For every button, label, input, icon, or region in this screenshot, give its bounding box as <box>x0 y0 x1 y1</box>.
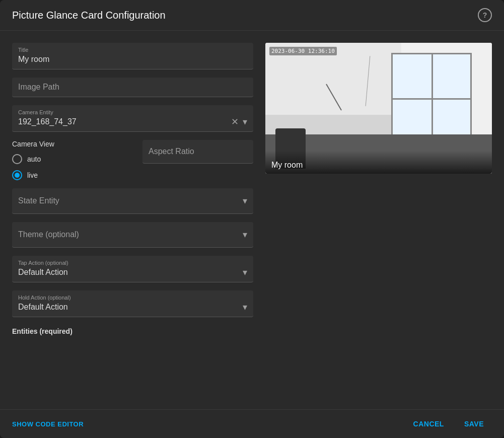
tap-action-label: Tap Action (optional) <box>18 260 247 266</box>
theme-arrow: ▾ <box>243 229 247 240</box>
tap-action-arrow: ▾ <box>243 267 247 278</box>
camera-entity-input[interactable] <box>18 116 227 127</box>
camera-view-label: Camera View <box>12 140 134 148</box>
entities-section: Entities (required) <box>12 327 253 335</box>
camera-view-left: Camera View auto live <box>12 140 134 180</box>
radio-live-label: live <box>27 171 38 179</box>
theme-label: Theme (optional) <box>18 230 79 239</box>
dialog-header: Picture Glance Card Configuration ? <box>0 0 504 31</box>
show-code-editor-button[interactable]: SHOW CODE EDITOR <box>12 420 84 428</box>
radio-auto-label: auto <box>27 155 41 163</box>
radio-live-outer <box>12 170 22 180</box>
radio-live-inner <box>15 173 20 178</box>
preview-label: My room <box>265 151 492 174</box>
preview-title: My room <box>271 161 486 170</box>
clear-icon[interactable]: ✕ <box>231 116 239 127</box>
title-input[interactable] <box>18 54 247 65</box>
state-entity-label: State Entity <box>18 196 59 205</box>
help-icon[interactable]: ? <box>478 8 492 22</box>
camera-view-section: Camera View auto live <box>12 140 253 180</box>
state-entity-field[interactable]: State Entity ▾ <box>12 188 253 214</box>
save-button[interactable]: SAVE <box>456 416 492 432</box>
radio-auto-outer <box>12 154 22 164</box>
scene-window <box>391 53 472 143</box>
hold-action-arrow: ▾ <box>243 302 247 313</box>
camera-entity-row: ✕ ▾ <box>18 116 247 127</box>
window-cross-v <box>431 54 433 142</box>
preview-image: 2023-06-30 12:36:10 My room <box>265 43 492 174</box>
image-path-input[interactable] <box>18 82 247 93</box>
preview-timestamp: 2023-06-30 12:36:10 <box>269 47 337 55</box>
radio-auto[interactable]: auto <box>12 154 134 164</box>
image-path-field-group <box>12 78 253 97</box>
camera-view-radio-group: auto live <box>12 154 134 180</box>
radio-live[interactable]: live <box>12 170 134 180</box>
entities-title: Entities (required) <box>12 327 253 335</box>
hold-action-value: Default Action <box>18 303 68 312</box>
dialog-footer: SHOW CODE EDITOR CANCEL SAVE <box>0 409 504 438</box>
hold-action-field[interactable]: Hold Action (optional) Default Action ▾ <box>12 290 253 317</box>
tap-action-value: Default Action <box>18 268 68 277</box>
hold-action-label: Hold Action (optional) <box>18 295 247 301</box>
camera-entity-dropdown-arrow[interactable]: ▾ <box>243 116 247 127</box>
right-panel: 2023-06-30 12:36:10 My room <box>265 43 492 397</box>
hold-action-row: Default Action ▾ <box>18 302 247 313</box>
aspect-ratio-field[interactable]: Aspect Ratio <box>142 140 253 164</box>
title-label: Title <box>18 47 247 53</box>
dialog: Picture Glance Card Configuration ? Titl… <box>0 0 504 438</box>
footer-right: CANCEL SAVE <box>405 416 492 432</box>
state-entity-arrow: ▾ <box>243 195 247 206</box>
tap-action-field[interactable]: Tap Action (optional) Default Action ▾ <box>12 256 253 282</box>
aspect-ratio-placeholder: Aspect Ratio <box>149 147 194 156</box>
preview-container: 2023-06-30 12:36:10 My room <box>265 43 492 174</box>
left-panel: Title Camera Entity ✕ ▾ Camera View <box>12 43 253 397</box>
cancel-button[interactable]: CANCEL <box>405 416 452 432</box>
camera-entity-field-group: Camera Entity ✕ ▾ <box>12 105 253 132</box>
tap-action-row: Default Action ▾ <box>18 267 247 278</box>
theme-field[interactable]: Theme (optional) ▾ <box>12 222 253 248</box>
camera-entity-label: Camera Entity <box>18 109 247 115</box>
dialog-title: Picture Glance Card Configuration <box>12 10 166 21</box>
dialog-body: Title Camera Entity ✕ ▾ Camera View <box>0 31 504 409</box>
title-field-group: Title <box>12 43 253 69</box>
